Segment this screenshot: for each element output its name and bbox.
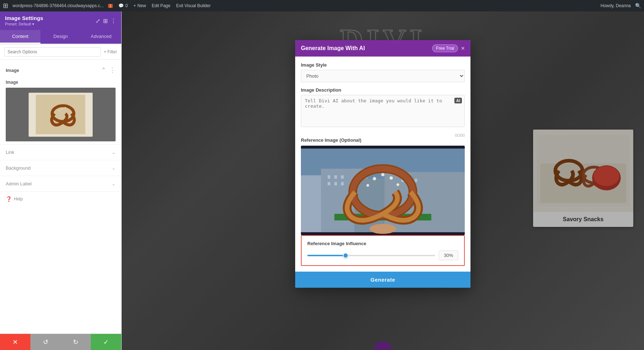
description-textarea[interactable] [301,95,465,127]
image-section-title: Image [6,68,19,73]
fullscreen-icon[interactable]: ⤢ [96,18,100,24]
svg-point-2 [61,108,62,109]
slider-row: 30% [307,251,458,260]
image-style-select[interactable]: Photo Illustration Painting 3D Render Sk… [301,70,465,82]
tab-content[interactable]: Content [0,30,40,44]
admin-label-accordion: Admin Label ⌄ [0,176,121,191]
svg-rect-24 [341,182,343,185]
redo-button[interactable]: ↻ [61,334,91,350]
admin-label-chevron-icon: ⌄ [112,181,116,186]
svg-point-32 [373,177,376,180]
ref-image-label: Reference Image (Optional) [301,137,465,143]
svg-rect-0 [36,95,85,135]
background-chevron-icon: ⌄ [112,165,116,171]
link-chevron-icon: ⌄ [112,150,116,155]
image-section-header[interactable]: Image ⌃ ⋮ [0,63,121,77]
svg-point-4 [59,110,60,111]
generate-button[interactable]: Generate [295,272,470,288]
slider-wrapper [307,255,435,256]
background-accordion-header[interactable]: Background ⌄ [0,160,121,176]
ai-dialog: Generate Image With AI Free Trial × Imag… [295,40,470,288]
svg-point-3 [65,107,66,108]
undo-button[interactable]: ↺ [30,334,61,350]
filter-button[interactable]: + Filter [104,49,117,54]
svg-rect-21 [341,175,343,179]
search-input[interactable] [4,47,101,57]
description-wrapper: AI [301,95,465,128]
svg-point-35 [366,184,369,186]
svg-point-33 [381,173,384,176]
help-icon: ❓ [6,196,12,202]
ai-badge: AI [454,98,462,103]
influence-label: Reference Image Influence [307,241,458,246]
image-preview[interactable] [6,88,116,141]
wordpress-logo-icon: ⊞ [3,2,8,10]
updates-count: 1 [108,4,113,8]
admin-label-title: Admin Label [6,181,31,186]
action-bar: ✕ ↺ ↻ ✓ [0,334,121,350]
wp-admin-bar: ⊞ wordpress-784896-3766464.cloudwaysapps… [0,0,644,11]
sidebar-tabs: Content Design Advanced [0,30,121,44]
left-sidebar: Image Settings Preset: Default ▾ ⤢ ⊞ ⋮ C… [0,11,122,350]
svg-rect-23 [334,182,337,185]
image-section-collapse-icon[interactable]: ⌃ [101,66,106,74]
link-accordion: Link ⌄ [0,144,121,160]
comments-item[interactable]: 💬 0 [118,3,128,8]
char-count: 0/200 [301,133,465,137]
svg-rect-19 [328,175,330,179]
image-field-label: Image [6,80,116,85]
sidebar-header: Image Settings Preset: Default ▾ ⤢ ⊞ ⋮ [0,11,121,30]
page-area: DIVI RY [122,11,644,350]
dialog-overlay: Generate Image With AI Free Trial × Imag… [122,11,644,350]
exit-builder-item[interactable]: Exit Visual Builder [176,3,211,8]
background-accordion: Background ⌄ [0,160,121,176]
svg-point-29 [370,224,396,234]
search-row: + Filter [0,44,121,60]
pretzel-thumbnail-svg [32,95,89,135]
updates-item[interactable]: 1 [108,4,113,8]
influence-percent[interactable]: 30% [439,251,458,260]
sidebar-footer: ❓ Help [0,191,121,206]
more-options-icon[interactable]: ⋮ [111,18,116,24]
free-trial-badge[interactable]: Free Trial [432,44,458,52]
sidebar-body: Image ⌃ ⋮ Image [0,60,121,334]
cancel-button[interactable]: ✕ [0,334,30,350]
edit-page-item[interactable]: Edit Page [152,3,170,8]
sidebar-title: Image Settings [5,15,43,21]
dialog-body: Image Style Photo Illustration Painting … [295,57,470,272]
image-style-label: Image Style [301,62,465,68]
svg-point-36 [396,183,399,186]
layout-icon[interactable]: ⊞ [103,18,108,24]
svg-rect-27 [415,179,417,182]
reference-image-svg [301,146,465,235]
dialog-title: Generate Image With AI [301,45,365,52]
link-title: Link [6,150,14,155]
influence-section: Reference Image Influence 30% [301,235,465,266]
image-description-label: Image Description [301,87,465,93]
ref-image-container [301,146,465,235]
close-button[interactable]: × [461,45,465,52]
help-label[interactable]: Help [14,196,23,201]
new-item[interactable]: + New [133,3,146,8]
image-section-more-icon[interactable]: ⋮ [109,66,116,74]
dialog-header: Generate Image With AI Free Trial × [295,40,470,57]
confirm-button[interactable]: ✓ [91,334,121,350]
svg-point-34 [390,176,393,180]
svg-rect-22 [328,182,330,185]
search-icon[interactable]: 🔍 [635,3,641,9]
image-section-body: Image [0,77,121,144]
user-greeting: Howdy, Deanna [601,3,631,8]
svg-rect-20 [334,175,337,179]
tab-design[interactable]: Design [40,30,81,44]
site-name[interactable]: wordpress-784896-3766464.cloudwaysapps.c… [13,3,104,8]
link-accordion-header[interactable]: Link ⌄ [0,145,121,160]
sidebar-preset[interactable]: Preset: Default ▾ [5,22,43,26]
admin-label-accordion-header[interactable]: Admin Label ⌄ [0,176,121,191]
tab-advanced[interactable]: Advanced [81,30,121,44]
background-title: Background [6,165,30,171]
